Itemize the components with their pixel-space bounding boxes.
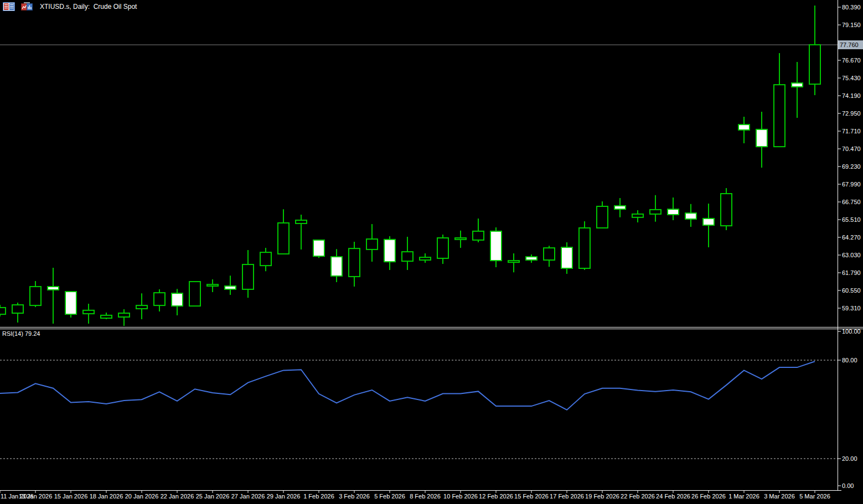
rsi-axis-label: 80.00 xyxy=(842,357,857,363)
panel-divider[interactable] xyxy=(0,328,863,329)
price-axis-label: 65.510 xyxy=(842,216,861,223)
chart-toolbar: XTIUSD.s, Daily: Crude Oil Spot xyxy=(3,2,137,12)
price-axis-label: 60.550 xyxy=(842,287,861,294)
candle xyxy=(154,289,165,311)
date-axis-label: 1 Feb 2026 xyxy=(303,493,334,500)
date-axis-label: 15 Feb 2026 xyxy=(514,493,549,500)
date-axis-label: 13 Jan 2026 xyxy=(19,493,53,500)
candle xyxy=(455,231,466,248)
candle xyxy=(12,303,23,323)
price-axis-label: 63.030 xyxy=(842,252,861,258)
date-axis-label: 22 Feb 2026 xyxy=(621,493,655,500)
date-axis-label: 24 Feb 2026 xyxy=(656,493,690,500)
date-axis-label: 5 Mar 2026 xyxy=(799,493,830,500)
rsi-indicator-label: RSI(14) 79.24 xyxy=(2,330,40,337)
candle xyxy=(420,253,431,263)
price-axis-label: 66.750 xyxy=(842,199,861,205)
date-axis-label: 8 Feb 2026 xyxy=(410,493,441,500)
candle xyxy=(597,201,608,228)
date-axis-label: 27 Jan 2026 xyxy=(231,493,265,500)
candle xyxy=(402,237,413,270)
date-axis-label: 22 Jan 2026 xyxy=(161,493,194,500)
rsi-axis-label: 0.00 xyxy=(842,482,854,489)
date-axis-label: 26 Feb 2026 xyxy=(691,493,726,500)
candle xyxy=(809,6,820,95)
quotes-panel-icon[interactable] xyxy=(3,2,15,12)
date-axis-label: 1 Mar 2026 xyxy=(728,493,759,500)
candle xyxy=(473,219,484,242)
candle xyxy=(83,304,94,324)
candle xyxy=(508,253,519,272)
candle xyxy=(526,254,537,263)
date-axis-label: 17 Feb 2026 xyxy=(550,493,584,500)
candle xyxy=(544,246,555,267)
price-axis-label: 80.390 xyxy=(842,4,861,11)
candle xyxy=(721,188,732,230)
rsi-level-lines xyxy=(0,360,838,459)
charts-panel-icon[interactable] xyxy=(20,2,33,12)
price-axis-label: 70.470 xyxy=(842,146,861,152)
price-axis-label: 75.430 xyxy=(842,75,861,81)
candle xyxy=(225,276,236,295)
candle xyxy=(490,227,502,267)
candle xyxy=(437,235,448,264)
candle xyxy=(614,198,626,217)
price-axis-label: 79.150 xyxy=(842,22,861,28)
candle xyxy=(0,305,6,316)
date-axis-label: 19 Feb 2026 xyxy=(585,493,619,500)
candle xyxy=(65,292,76,318)
date-axis-label: 12 Feb 2026 xyxy=(479,493,513,500)
candle xyxy=(650,195,661,222)
candlestick-series xyxy=(0,6,820,326)
candle xyxy=(313,240,324,258)
chart-title: XTIUSD.s, Daily: Crude Oil Spot xyxy=(40,3,137,11)
rsi-axis-label: 100.00 xyxy=(842,328,861,335)
candle xyxy=(278,209,289,254)
chart-canvas[interactable]: 80.39079.15077.91076.67075.43074.19072.9… xyxy=(0,0,863,504)
price-axis-label: 76.670 xyxy=(842,57,861,64)
candle xyxy=(48,268,59,324)
candle xyxy=(260,248,271,271)
date-axis-label: 3 Mar 2026 xyxy=(764,493,795,500)
candle xyxy=(668,198,679,220)
candle xyxy=(792,62,803,118)
price-axis-label: 64.270 xyxy=(842,234,861,241)
candle xyxy=(296,215,307,250)
price-axis-label: 59.310 xyxy=(842,305,861,311)
date-axis-label: 5 Feb 2026 xyxy=(374,493,405,500)
candle xyxy=(738,117,750,143)
candle xyxy=(366,224,378,262)
candle xyxy=(242,250,254,298)
price-axis-label: 67.990 xyxy=(842,181,861,188)
price-axis-label: 69.230 xyxy=(842,163,861,170)
date-axis-label: 18 Jan 2026 xyxy=(90,493,123,500)
date-axis-label: 15 Jan 2026 xyxy=(54,493,88,500)
price-axis[interactable]: 80.39079.15077.91076.67075.43074.19072.9… xyxy=(838,4,861,311)
candle xyxy=(774,53,785,147)
date-axis-label: 10 Feb 2026 xyxy=(443,493,478,500)
candle xyxy=(136,293,147,319)
candle xyxy=(579,221,590,270)
candle xyxy=(349,242,360,287)
price-axis-label: 74.190 xyxy=(842,92,861,99)
candle xyxy=(207,279,218,292)
price-axis-label: 71.710 xyxy=(842,128,861,134)
date-axis[interactable]: 11 Jan 202613 Jan 202615 Jan 202618 Jan … xyxy=(0,490,830,500)
price-axis-label: 72.950 xyxy=(842,110,861,117)
rsi-line xyxy=(0,361,815,410)
rsi-axis[interactable]: 100.0080.0020.000.00 xyxy=(838,328,861,489)
candle xyxy=(101,313,112,319)
date-axis-label: 25 Jan 2026 xyxy=(196,493,230,500)
current-price-tag: 77.760 xyxy=(838,40,863,49)
candle xyxy=(703,204,714,247)
date-axis-label: 29 Jan 2026 xyxy=(267,493,301,500)
candle xyxy=(331,249,342,282)
date-axis-label: 20 Jan 2026 xyxy=(125,493,159,500)
candle xyxy=(756,112,767,168)
chart-window: XTIUSD.s, Daily: Crude Oil Spot 80.39079… xyxy=(0,0,863,504)
candle xyxy=(384,236,395,270)
candle xyxy=(561,242,572,274)
candle xyxy=(30,281,41,307)
candle xyxy=(685,204,696,227)
candle xyxy=(189,281,200,306)
